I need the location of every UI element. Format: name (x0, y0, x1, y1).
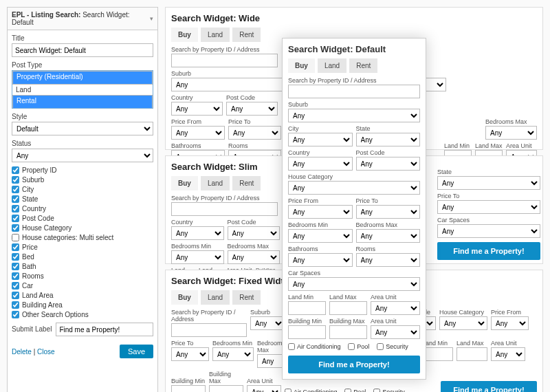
fixed-land-min[interactable] (422, 347, 453, 361)
chk-bed[interactable] (12, 253, 19, 261)
panel-slim-right: StateAny Price ToAny Car SpacesAny Find … (437, 168, 540, 260)
fixed-area2[interactable]: Any (247, 385, 281, 392)
fixed-tab-land[interactable]: Land (201, 290, 230, 305)
chk-state[interactable] (12, 195, 19, 203)
chk-other[interactable] (12, 311, 19, 318)
def-build-max[interactable] (329, 325, 367, 339)
slimr-car[interactable]: Any (437, 224, 540, 238)
fixed-price-from[interactable]: Any (491, 316, 529, 330)
fixed-suburb[interactable]: Any (250, 316, 285, 330)
def-area2[interactable]: Any (371, 325, 420, 339)
slimr-find-btn[interactable]: Find me a Property! (437, 242, 540, 260)
chevron-down-icon[interactable]: ▾ (150, 15, 153, 22)
def-rooms[interactable]: Any (356, 253, 421, 267)
fixed-price-to[interactable]: Any (171, 347, 209, 361)
fixed-area[interactable]: Any (491, 347, 525, 361)
title-label: Title (12, 34, 153, 42)
fixed-tab-buy[interactable]: Buy (171, 290, 198, 305)
fixed-security[interactable] (373, 389, 380, 392)
def-suburb[interactable]: Any (288, 109, 420, 122)
def-state[interactable]: Any (356, 133, 421, 146)
chk-property-id[interactable] (12, 166, 19, 174)
slimr-state[interactable]: Any (437, 176, 540, 190)
def-bed-max[interactable]: Any (356, 229, 421, 243)
status-label: Status (12, 140, 153, 147)
fixed-bed-min[interactable]: Any (212, 347, 254, 361)
fixed-pool[interactable] (344, 389, 351, 392)
wide-postcode[interactable]: Any (226, 102, 278, 116)
fixed-air[interactable] (285, 389, 292, 392)
def-tab-buy[interactable]: Buy (288, 58, 315, 73)
post-type-multiselect[interactable]: Property (Residential) Land Rental (12, 70, 153, 109)
fixed-build-max[interactable] (209, 385, 243, 392)
widget-header: EPL - Listing Search: Search Widget: Def… (8, 8, 157, 30)
def-price-from[interactable]: Any (288, 205, 353, 219)
fixed-house-cat[interactable]: Any (439, 316, 487, 330)
def-bed-min[interactable]: Any (288, 229, 353, 243)
fixed-search[interactable] (171, 323, 247, 337)
def-car[interactable]: Any (288, 277, 420, 291)
submit-label-input[interactable] (56, 323, 153, 336)
delete-link[interactable]: Delete (12, 348, 32, 356)
wide-search-input[interactable] (171, 54, 278, 67)
def-security[interactable] (377, 343, 384, 350)
def-land-min[interactable] (288, 301, 326, 315)
fixed-land-max[interactable] (456, 347, 487, 361)
slim-tab-buy[interactable]: Buy (171, 176, 198, 190)
post-type-label: Post Type (12, 61, 153, 69)
def-bath[interactable]: Any (288, 253, 353, 267)
def-tab-land[interactable]: Land (318, 58, 346, 73)
panel-default-title: Search Widget: Default (288, 44, 420, 54)
fixed-tab-rent[interactable]: Rent (232, 290, 261, 305)
wide-price-to[interactable]: Any (228, 126, 281, 140)
chk-city[interactable] (12, 186, 19, 193)
wide-price-from[interactable]: Any (171, 126, 225, 140)
chk-building[interactable] (12, 301, 19, 309)
def-land-max[interactable] (329, 301, 367, 315)
def-postcode[interactable]: Any (356, 157, 421, 171)
def-build-min[interactable] (288, 325, 326, 339)
wide-bed-max[interactable]: Any (485, 126, 537, 140)
def-house-cat[interactable]: Any (288, 181, 420, 195)
slim-bed-min[interactable]: Any (171, 250, 224, 264)
close-link[interactable]: Close (37, 348, 55, 356)
chk-postcode[interactable] (12, 215, 19, 222)
slim-country[interactable]: Any (171, 226, 224, 240)
def-pool[interactable] (348, 343, 355, 350)
chk-rooms[interactable] (12, 272, 19, 280)
chk-house-cat[interactable] (12, 224, 19, 232)
fixed-find-btn[interactable]: Find me a Property! (441, 381, 537, 392)
tab-buy[interactable]: Buy (171, 28, 198, 42)
def-price-to[interactable]: Any (356, 205, 421, 219)
slim-search-input[interactable] (171, 202, 278, 216)
slim-tab-rent[interactable]: Rent (232, 176, 261, 190)
def-country[interactable]: Any (288, 157, 353, 171)
def-find-btn[interactable]: Find me a Property! (288, 356, 420, 373)
slimr-price-to[interactable]: Any (437, 200, 540, 214)
slim-tab-land[interactable]: Land (201, 176, 230, 190)
chk-land[interactable] (12, 292, 19, 299)
def-city[interactable]: Any (288, 133, 353, 146)
chk-country[interactable] (12, 205, 19, 213)
fixed-build-min[interactable] (171, 385, 206, 392)
slim-bed-max[interactable]: Any (228, 250, 280, 264)
tab-rent[interactable]: Rent (232, 28, 261, 42)
chk-car[interactable] (12, 282, 19, 290)
def-air[interactable] (288, 343, 295, 350)
chk-house-cat-multi[interactable] (12, 234, 19, 241)
wide-country[interactable]: Any (171, 102, 223, 116)
def-area[interactable]: Any (371, 301, 420, 315)
chk-price[interactable] (12, 243, 19, 251)
status-select[interactable]: Any (12, 149, 153, 162)
style-select[interactable]: Default (12, 122, 153, 135)
title-input[interactable] (12, 43, 153, 57)
chk-suburb[interactable] (12, 176, 19, 184)
save-button[interactable]: Save (120, 345, 153, 358)
slim-postcode[interactable]: Any (228, 226, 280, 240)
panel-wide-title: Search Widget: Wide (171, 13, 537, 23)
chk-bath[interactable] (12, 263, 19, 270)
def-tab-rent[interactable]: Rent (349, 58, 377, 73)
tab-land[interactable]: Land (201, 28, 230, 42)
submit-label-label: Submit Label (12, 325, 52, 333)
def-search[interactable] (288, 85, 420, 98)
